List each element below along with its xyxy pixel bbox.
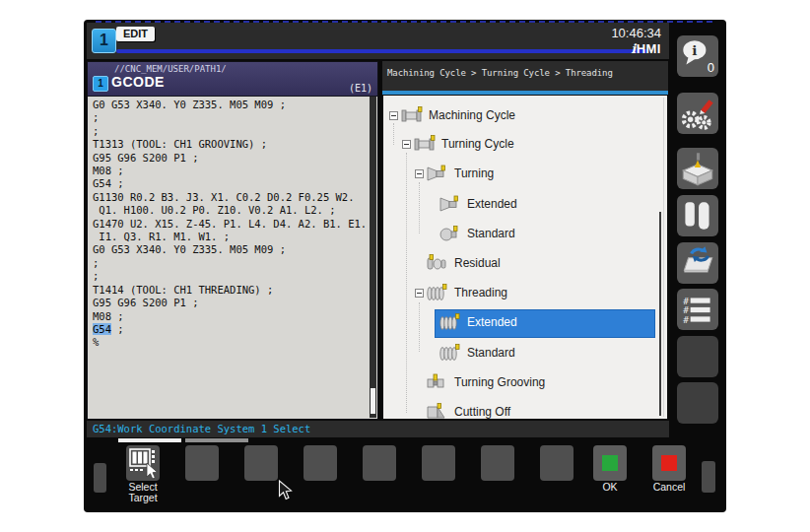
softkey-blank-2[interactable]	[244, 445, 278, 481]
program-path: //CNC_MEM/USER/PATH1/	[114, 64, 227, 74]
sidebar-blank-2-button[interactable]	[677, 382, 718, 424]
info-count-badge: 0	[708, 60, 714, 75]
cycle-panel: Machining Cycle > Turning Cycle > Thread…	[382, 61, 668, 420]
grooving-part-icon	[426, 372, 451, 392]
gcode-line: M08 ;	[93, 165, 370, 177]
tree-item-label: Standard	[467, 346, 515, 360]
cutoff-part-icon	[426, 402, 451, 420]
svg-text:#: #	[683, 314, 689, 325]
thread-spring-icon	[439, 343, 464, 363]
sidebar-info-button[interactable]: i0	[677, 35, 718, 77]
tree-item-label: Turning Cycle	[441, 137, 514, 151]
gcode-editor-panel: //CNC_MEM/USER/PATH1/ 1 GCODE (E1) G0 G5…	[87, 61, 378, 420]
tree-item-standard[interactable]: Standard	[383, 339, 667, 368]
sidebar-program-list-button[interactable]: ###	[677, 289, 718, 330]
collapse-toggle-icon[interactable]	[402, 140, 411, 149]
sidebar-file-operations-button[interactable]	[677, 242, 718, 284]
softkey-blank-6[interactable]	[481, 445, 514, 481]
tree-item-turning[interactable]: Turning	[383, 160, 667, 189]
sidebar-settings-button[interactable]	[677, 93, 718, 134]
softkey-blank-1[interactable]	[185, 445, 219, 481]
cycle-spool-icon	[400, 105, 426, 125]
editor-scrollbar[interactable]	[370, 97, 376, 418]
program-name: GCODE	[111, 74, 165, 90]
tree-item-label: Extended	[467, 315, 517, 329]
tree-item-residual[interactable]: Residual	[383, 249, 667, 279]
gcode-line: ;	[93, 125, 370, 138]
workpiece-icon	[677, 175, 718, 192]
editor-channel-badge: 1	[93, 76, 108, 92]
turning-cone-icon	[439, 194, 464, 214]
channel-badge: 1	[92, 29, 116, 53]
tree-item-turning-cycle[interactable]: Turning Cycle	[383, 130, 667, 160]
collapse-toggle-icon[interactable]	[389, 111, 398, 120]
header-bar: 1 EDIT 10:46:34 iHMI	[87, 23, 669, 59]
progress-stripe	[116, 49, 648, 53]
ok-label: OK	[578, 482, 641, 493]
editor-header: //CNC_MEM/USER/PATH1/ 1 GCODE (E1)	[88, 62, 377, 97]
gcode-line: G1130 R0.2 B3. J3. X1. C0.2 D0.2 F0.25 W…	[93, 191, 370, 204]
cancel-button[interactable]	[652, 445, 686, 481]
gcode-line: T1414 (TOOL: CH1 THREADING) ;	[93, 284, 370, 297]
status-bar: G54:Work Coordinate System 1 Select	[87, 421, 669, 437]
gears-tool-icon	[677, 120, 718, 137]
gcode-line: G54 ;	[93, 323, 370, 336]
tree-item-threading[interactable]: Threading	[383, 279, 667, 308]
sidebar-workpiece-setup-button[interactable]	[677, 148, 718, 189]
clock: 10:46:34	[611, 26, 661, 40]
tree-item-turning-grooving[interactable]: Turning Grooving	[383, 368, 667, 398]
screen: 1 EDIT 10:46:34 iHMI //CNC_MEM/USER/PATH…	[0, 0, 810, 532]
tree-item-label: Turning	[454, 166, 494, 180]
tools-icon	[677, 223, 718, 239]
select-target-button[interactable]	[126, 445, 160, 481]
ok-button[interactable]	[593, 445, 627, 481]
status-message: G54:Work Coordinate System 1 Select	[93, 423, 310, 434]
gcode-line: %	[93, 336, 370, 349]
thread-spring-icon	[426, 283, 451, 302]
gcode-line: M08 ;	[93, 310, 370, 323]
program-list-icon: ###	[677, 316, 718, 333]
sidebar-blank-1-button[interactable]	[677, 336, 718, 377]
editor-scrollbar-thumb[interactable]	[371, 388, 375, 414]
softkey-right-tab[interactable]	[702, 461, 715, 493]
select-target-label: Select Target	[113, 482, 172, 503]
tree-item-label: Cutting Off	[454, 405, 510, 419]
collapse-toggle-icon[interactable]	[415, 289, 424, 298]
tree-item-extended[interactable]: Extended	[383, 308, 667, 338]
tree-item-label: Machining Cycle	[429, 108, 515, 122]
mouse-cursor	[278, 480, 293, 500]
tree-item-cutting-off[interactable]: Cutting Off	[383, 398, 667, 420]
ihmi-logo: iHMI	[631, 41, 661, 56]
softkey-blank-3[interactable]	[304, 445, 337, 481]
softkey-blank-5[interactable]	[422, 445, 455, 481]
turning-cone-icon	[426, 164, 451, 183]
svg-text:i: i	[692, 42, 697, 58]
gcode-line: G0 G53 X340. Y0 Z335. M05 M09 ;	[93, 99, 370, 111]
softkey-blank-4[interactable]	[363, 445, 396, 481]
softkey-left-tab[interactable]	[94, 463, 106, 493]
gcode-line: T1313 (TOOL: CH1 GROOVING) ;	[93, 138, 370, 151]
breadcrumb: Machining Cycle > Turning Cycle > Thread…	[382, 61, 668, 89]
gcode-line: ;	[93, 111, 370, 124]
gcode-line: G1470 U2. X15. Z-45. P1. L4. D4. A2. B1.…	[93, 218, 370, 231]
gcode-line: G54 ;	[93, 177, 370, 190]
mode-indicator: EDIT	[116, 27, 155, 41]
gcode-text-area[interactable]: G0 G53 X340. Y0 Z335. M05 M09 ;;;T1313 (…	[88, 96, 370, 419]
cancel-label: Cancel	[638, 482, 701, 493]
gcode-line: G95 G96 S200 P1 ;	[93, 297, 370, 309]
sidebar-tool-manager-button[interactable]	[677, 195, 718, 236]
collapse-toggle-icon[interactable]	[415, 169, 424, 178]
softkey-blank-7[interactable]	[540, 445, 574, 481]
tree-item-extended[interactable]: Extended	[383, 190, 667, 220]
cycle-spool-icon	[413, 134, 439, 154]
cycle-tree: Machining CycleTurning CycleTurningExten…	[382, 95, 668, 420]
gcode-line: I1. Q3. R1. M1. W1. ;	[93, 231, 370, 243]
tree-item-standard[interactable]: Standard	[383, 220, 667, 249]
gcode-line: Q1. H100. U0.2 P0. Z10. V0.2 A1. L2. ;	[93, 204, 370, 217]
selected-word: G54	[93, 323, 111, 335]
tree-item-label: Extended	[467, 197, 517, 211]
tree-item-machining-cycle[interactable]: Machining Cycle	[383, 101, 667, 131]
residual-part-icon	[426, 253, 451, 273]
softkey-page-indicator-active	[118, 438, 181, 442]
tree-item-label: Threading	[454, 286, 507, 299]
